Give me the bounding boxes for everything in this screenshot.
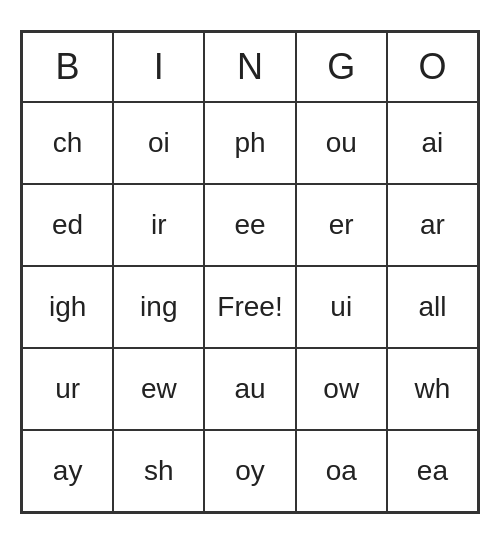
row-1: ch oi ph ou ai xyxy=(22,102,478,184)
cell-1-3: ph xyxy=(204,102,295,184)
cell-3-2: ing xyxy=(113,266,204,348)
cell-2-5: ar xyxy=(387,184,478,266)
cell-2-4: er xyxy=(296,184,387,266)
cell-1-4: ou xyxy=(296,102,387,184)
cell-4-1: ur xyxy=(22,348,113,430)
row-2: ed ir ee er ar xyxy=(22,184,478,266)
cell-2-1: ed xyxy=(22,184,113,266)
cell-1-2: oi xyxy=(113,102,204,184)
cell-2-2: ir xyxy=(113,184,204,266)
header-n: N xyxy=(204,32,295,102)
header-i: I xyxy=(113,32,204,102)
header-o: O xyxy=(387,32,478,102)
header-b: B xyxy=(22,32,113,102)
cell-3-3: Free! xyxy=(204,266,295,348)
bingo-card: B I N G O ch oi ph ou ai ed ir ee er ar … xyxy=(20,30,480,514)
cell-4-5: wh xyxy=(387,348,478,430)
cell-4-3: au xyxy=(204,348,295,430)
cell-4-2: ew xyxy=(113,348,204,430)
cell-5-5: ea xyxy=(387,430,478,512)
cell-1-5: ai xyxy=(387,102,478,184)
row-3: igh ing Free! ui all xyxy=(22,266,478,348)
cell-1-1: ch xyxy=(22,102,113,184)
header-g: G xyxy=(296,32,387,102)
row-4: ur ew au ow wh xyxy=(22,348,478,430)
cell-5-4: oa xyxy=(296,430,387,512)
cell-2-3: ee xyxy=(204,184,295,266)
cell-5-1: ay xyxy=(22,430,113,512)
cell-3-1: igh xyxy=(22,266,113,348)
cell-5-3: oy xyxy=(204,430,295,512)
row-5: ay sh oy oa ea xyxy=(22,430,478,512)
cell-4-4: ow xyxy=(296,348,387,430)
header-row: B I N G O xyxy=(22,32,478,102)
cell-3-4: ui xyxy=(296,266,387,348)
cell-3-5: all xyxy=(387,266,478,348)
cell-5-2: sh xyxy=(113,430,204,512)
